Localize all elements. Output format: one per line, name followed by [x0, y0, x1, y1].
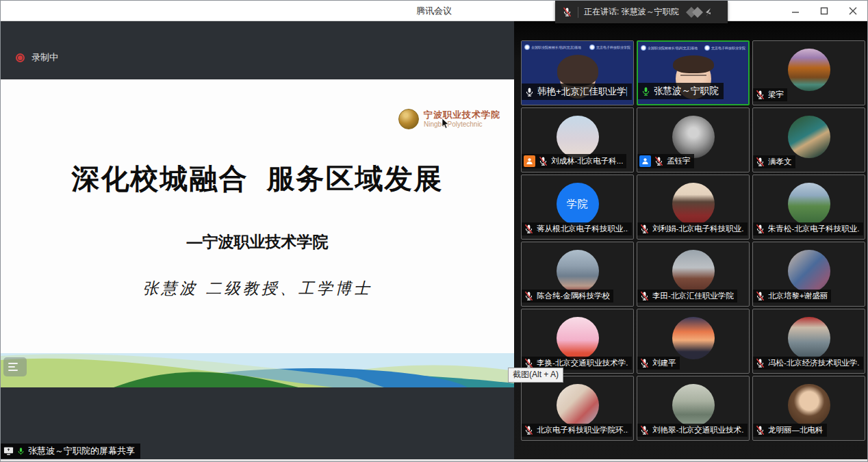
participant-name-tag: 满孝文 [753, 155, 795, 168]
window-bottom-edge [1, 459, 867, 461]
banner-left-text: 全国职业院校校长培训(北京)基地 [648, 46, 698, 50]
participant-name-tag: 北京培黎+谢盛丽 [753, 290, 831, 303]
participant-name: 满孝文 [768, 157, 792, 167]
participant-cell[interactable]: 朱青松-北京电子科技职业... [752, 175, 865, 240]
participant-name-tag: 刘成林-北京电子科... [522, 154, 626, 168]
recording-dot-icon [16, 53, 25, 62]
participant-cell[interactable]: 李田-北京汇佳职业学院 [637, 242, 750, 307]
screen-icon [3, 446, 14, 456]
banner-logo-icon [589, 44, 595, 50]
participant-name-tag: 北京电子科技职业学院环... [522, 424, 632, 437]
avatar [672, 250, 715, 292]
participant-name: 冯松-北京经济技术职业学... [768, 358, 860, 368]
participant-cell[interactable]: 全国职业院校校长培训(北京)基地 北京电子科技职业学院 张慧波～宁职院 [637, 40, 750, 105]
participant-name-tag: 冯松-北京经济技术职业学... [753, 357, 863, 370]
presentation-slide: 宁波职业技术学院 Ningbo Polytechnic 深化校城融合 服务区域发… [1, 79, 514, 387]
mic-icon [755, 157, 765, 167]
avatar [788, 317, 830, 359]
avatar [672, 317, 715, 359]
participant-name: 刘利娟-北京电子科技职业... [652, 224, 744, 234]
screenshot-tooltip: 截图(Alt + A) [508, 368, 563, 383]
mic-icon [755, 358, 765, 368]
avatar [788, 384, 830, 426]
participant-name-tag: 陈合纯-金隅科技学校 [522, 290, 613, 303]
participant-cell[interactable]: 北京电子科技职业学院环... [521, 376, 634, 441]
banner-right-text: 北京电子科技职业学院 [596, 45, 630, 49]
participant-name: 蒋从根北京电子科技职业... [537, 224, 628, 234]
participant-name-tag: 孟钰宇 [637, 154, 694, 168]
participant-cell[interactable]: 龙明丽—北电科 [752, 376, 865, 441]
maximize-button[interactable] [810, 1, 839, 21]
participant-name: 孟钰宇 [667, 156, 691, 166]
participant-cell[interactable]: 满孝文 [752, 107, 865, 172]
avatar [788, 49, 830, 91]
participant-name: 刘艳翠-北京交通职业技术... [652, 425, 744, 435]
slide-logo: 宁波职业技术学院 Ningbo Polytechnic [398, 109, 500, 129]
participant-name: 北京培黎+谢盛丽 [768, 291, 828, 301]
video-banner: 全国职业院校校长培训(北京)基地 北京电子科技职业学院 [524, 42, 630, 52]
participant-name-tag: 刘利娟-北京电子科技职业... [637, 222, 748, 235]
slide-title: 深化校城融合 服务区域发展 [1, 160, 514, 198]
participant-name: 李田-北京汇佳职业学院 [652, 291, 734, 301]
mic-icon [538, 156, 548, 166]
participant-cell[interactable]: 全国职业院校校长培训(北京)基地 北京电子科技职业学院 韩艳+北京汇佳职业学院 [521, 40, 634, 105]
annotation-toolbar-button[interactable] [3, 357, 27, 376]
slide-footer-wave [1, 353, 514, 387]
participant-name: 韩艳+北京汇佳职业学院 [537, 86, 627, 98]
participant-cell[interactable]: 北京培黎+谢盛丽 [752, 242, 865, 307]
muted-mic-icon [562, 7, 572, 17]
slide-logo-cn: 宁波职业技术学院 [424, 110, 500, 120]
mic-icon [524, 87, 535, 97]
participant-name: 龙明丽—北电科 [768, 425, 824, 435]
participant-cell[interactable]: 李换-北京交通职业技术学... [521, 309, 634, 374]
participant-name: 刘建平 [652, 358, 676, 368]
speaking-indicator-bar[interactable]: 正在讲话: 张慧波～宁职院 [555, 1, 728, 23]
banner-right-text: 北京电子科技职业学院 [711, 46, 745, 50]
participant-cell[interactable]: 学院 蒋从根北京电子科技职业... [521, 175, 634, 240]
participant-cell[interactable]: 冯松-北京经济技术职业学... [752, 309, 865, 374]
participant-cell[interactable]: 梁宇 [752, 40, 865, 105]
screen-share-status: 张慧波～宁职院的屏幕共享 [1, 444, 140, 459]
avatar [557, 250, 599, 292]
participant-name-tag: 朱青松-北京电子科技职业... [753, 222, 863, 235]
mic-icon [641, 86, 651, 97]
mic-icon [524, 358, 534, 368]
participant-name: 张慧波～宁职院 [654, 85, 719, 97]
participant-cell[interactable]: 刘建平 [637, 309, 750, 374]
avatar [788, 116, 830, 158]
participant-cell[interactable]: 刘艳翠-北京交通职业技术... [637, 376, 750, 441]
participant-cell[interactable]: 陈合纯-金隅科技学校 [521, 242, 634, 307]
video-banner: 全国职业院校校长培训(北京)基地 北京电子科技职业学院 [641, 43, 745, 53]
participant-cell[interactable]: 刘利娟-北京电子科技职业... [637, 175, 750, 240]
mouse-cursor-icon [442, 118, 449, 129]
participants-pane: 全国职业院校校长培训(北京)基地 北京电子科技职业学院 韩艳+北京汇佳职业学院 … [514, 21, 867, 460]
mic-icon [639, 358, 650, 368]
participant-name-tag: 梁宇 [753, 88, 787, 101]
layout-switch-icon[interactable] [686, 5, 712, 19]
slide-logo-en: Ningbo Polytechnic [424, 120, 500, 129]
window-titlebar: 腾讯会议 [1, 1, 867, 21]
window-controls [781, 1, 867, 21]
avatar [557, 116, 599, 158]
avatar [788, 250, 830, 292]
mic-icon [755, 291, 765, 301]
participant-name-tag: 刘建平 [637, 357, 680, 370]
mic-icon [755, 224, 765, 234]
participant-cell[interactable]: 刘成林-北京电子科... [521, 107, 634, 172]
participant-name: 朱青松-北京电子科技职业... [768, 224, 860, 234]
divider [578, 7, 578, 18]
banner-logo-icon [704, 45, 710, 51]
banner-logo-icon [641, 45, 646, 51]
minimize-button[interactable] [781, 1, 810, 21]
participant-name-tag: 龙明丽—北电科 [753, 424, 827, 437]
close-button[interactable] [839, 1, 867, 21]
participant-name-tag: 刘艳翠-北京交通职业技术... [637, 424, 748, 437]
mic-icon [524, 425, 534, 435]
mic-icon [755, 425, 765, 435]
sharer-mic-icon [16, 447, 25, 456]
school-seal-icon [398, 109, 419, 129]
recording-label: 录制中 [31, 51, 58, 64]
participant-name: 李换-北京交通职业技术学... [537, 358, 628, 368]
participant-cell[interactable]: 孟钰宇 [637, 107, 750, 172]
mic-icon [524, 224, 534, 234]
